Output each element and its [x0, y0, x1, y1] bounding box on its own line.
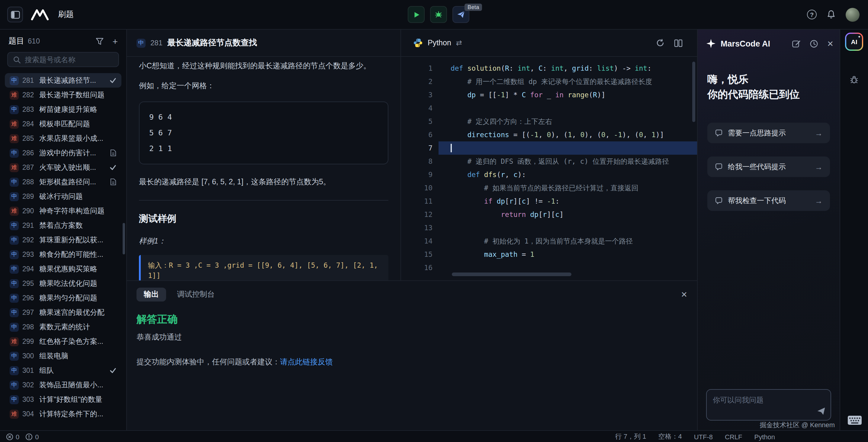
problem-number: 282: [22, 91, 36, 98]
reset-code-icon[interactable]: [656, 39, 664, 47]
problem-item-304[interactable]: 难304计算特定条件下的...: [5, 407, 121, 421]
problem-item-287[interactable]: 难287火车驶入驶出顺...: [5, 160, 121, 175]
problem-number: 293: [22, 251, 36, 258]
tab-debug-console[interactable]: 调试控制台: [177, 289, 215, 299]
chat-bubble-icon: [715, 163, 723, 171]
status-encoding[interactable]: UTF-8: [694, 433, 713, 440]
status-indent-setting[interactable]: 空格：4: [658, 432, 682, 441]
problem-item-290[interactable]: 难290神奇字符串构造问题: [5, 204, 121, 218]
problem-item-299[interactable]: 难299红色格子染色方案...: [5, 334, 121, 349]
code-editor[interactable]: 12345678910111213141516 def solution(R: …: [401, 57, 697, 281]
user-avatar[interactable]: [846, 7, 860, 22]
layout-columns-icon[interactable]: [674, 39, 683, 47]
difficulty-badge: 中: [10, 380, 19, 389]
warnings-indicator[interactable]: 0: [25, 433, 39, 440]
problem-item-281[interactable]: 中281最长递减路径节...: [5, 73, 121, 88]
problem-item-297[interactable]: 中297糖果迷宫的最优分配: [5, 305, 121, 320]
ai-suggestions: 需要一点思路提示给我一些代码提示帮我检查一下代码: [707, 123, 830, 211]
problem-title: 粮食分配的可能性...: [39, 249, 117, 260]
problem-number: 288: [22, 178, 36, 185]
ai-suggestion-1[interactable]: 需要一点思路提示: [707, 123, 830, 143]
add-problem-icon[interactable]: [112, 36, 118, 46]
problem-path-note: 最长的递减路径是 [7, 6, 5, 2, 1]，这条路径的节点数为5。: [139, 176, 389, 188]
ai-suggestion-3[interactable]: 帮我检查一下代码: [707, 190, 830, 211]
problem-item-285[interactable]: 难285水果店果篮最小成...: [5, 131, 121, 146]
new-chat-icon[interactable]: [792, 39, 801, 48]
problem-item-282[interactable]: 难282最长递增子数组问题: [5, 88, 121, 102]
run-button[interactable]: [408, 6, 425, 23]
problem-item-302[interactable]: 中302装饰品丑陋值最小...: [5, 378, 121, 392]
problem-item-300[interactable]: 中300组装电脑: [5, 349, 121, 363]
history-clock-icon[interactable]: [809, 39, 818, 48]
editor-horizontal-scrollbar[interactable]: [452, 272, 571, 276]
suggestion-label: 需要一点思路提示: [728, 128, 786, 138]
difficulty-badge: 中: [10, 235, 19, 244]
code-line-15: max_path = 1: [438, 248, 697, 261]
result-title: 解答正确: [136, 313, 687, 326]
tab-output[interactable]: 输出: [136, 287, 166, 301]
difficulty-badge: 难: [10, 163, 19, 172]
note-doc-icon: [110, 178, 117, 185]
close-output-icon[interactable]: [681, 290, 687, 299]
problem-item-284[interactable]: 难284模板串匹配问题: [5, 117, 121, 131]
code-line-13: [438, 221, 697, 234]
problem-title: 禁着点方案数: [39, 220, 117, 231]
search-icon: [13, 55, 21, 64]
status-language-mode[interactable]: Python: [754, 433, 775, 440]
debug-tool-icon[interactable]: [849, 75, 859, 85]
notifications-bell-icon[interactable]: [826, 10, 836, 19]
debug-test-button[interactable]: [430, 6, 447, 23]
problem-title: 计算"好数组"的数量: [39, 394, 117, 405]
errors-indicator[interactable]: 0: [6, 433, 19, 440]
difficulty-badge: 中: [10, 192, 19, 201]
problem-item-294[interactable]: 中294糖果优惠购买策略: [5, 262, 121, 276]
status-eol-mode[interactable]: CRLF: [725, 433, 742, 440]
problem-item-293[interactable]: 中293粮食分配的可能性...: [5, 247, 121, 262]
sidebar-toggle-button[interactable]: [7, 7, 23, 22]
problem-item-292[interactable]: 中292算珠重新分配以获...: [5, 233, 121, 247]
ai-suggestion-2[interactable]: 给我一些代码提示: [707, 156, 830, 177]
problem-number: 302: [22, 381, 36, 388]
sidebar-scrollbar[interactable]: [123, 223, 125, 255]
filter-funnel-icon[interactable]: [95, 37, 104, 45]
status-cursor-position[interactable]: 行 7，列 1: [615, 432, 646, 441]
difficulty-badge: 中: [10, 250, 19, 259]
output-content: 解答正确 恭喜成功通过 提交功能内测体验中，任何问题或者建议：请点此链接反馈: [127, 307, 697, 367]
topbar-right: [807, 7, 868, 22]
marscode-logo-icon: [30, 8, 51, 21]
grid-line: 9 6 4: [149, 109, 378, 125]
code-line-9: def dfs(r, c):: [438, 168, 697, 181]
error-icon: [6, 433, 13, 440]
problem-item-296[interactable]: 中296糖果均匀分配问题: [5, 291, 121, 305]
problem-item-301[interactable]: 中301组队: [5, 363, 121, 378]
problem-item-303[interactable]: 中303计算"好数组"的数量: [5, 392, 121, 407]
difficulty-badge: 中: [10, 279, 19, 288]
help-icon[interactable]: [807, 10, 817, 19]
problem-item-288[interactable]: 中288矩形棋盘路径问...: [5, 175, 121, 189]
solved-check-icon: [109, 164, 117, 171]
problem-item-286[interactable]: 中286游戏中的伤害计...: [5, 146, 121, 160]
solved-check-icon: [109, 367, 117, 374]
ai-question-input[interactable]: [707, 390, 831, 420]
problem-intro: 小C想知道，经过这种规则能找到的最长递减路径的节点个数是多少。: [139, 60, 389, 72]
problem-item-291[interactable]: 中291禁着点方案数: [5, 218, 121, 233]
problem-description-panel: 中 281 最长递减路径节点数查找 小C想知道，经过这种规则能找到的最长递减路径…: [127, 30, 401, 281]
app-root: 刷题 Beta: [0, 0, 868, 442]
difficulty-badge: 难: [10, 119, 19, 128]
keyboard-icon[interactable]: [847, 415, 862, 425]
community-credit: 掘金技术社区 @ Kennem: [760, 420, 835, 430]
send-message-icon[interactable]: [817, 407, 826, 416]
problem-item-295[interactable]: 中295糖果吃法优化问题: [5, 276, 121, 291]
problem-item-298[interactable]: 中298素数元素的统计: [5, 320, 121, 334]
difficulty-badge: 难: [10, 206, 19, 215]
feedback-link[interactable]: 请点此链接反馈: [280, 358, 333, 366]
ai-assistant-button[interactable]: AI: [845, 33, 863, 51]
language-switch-icon[interactable]: [456, 39, 462, 47]
problem-item-289[interactable]: 中289破冰行动问题: [5, 189, 121, 204]
close-ai-panel-icon[interactable]: [827, 39, 834, 48]
search-input[interactable]: [7, 52, 119, 67]
problem-item-283[interactable]: 中283树苗健康提升策略: [5, 102, 121, 117]
editor-vertical-scrollbar[interactable]: [692, 62, 695, 122]
problem-number: 292: [22, 236, 36, 243]
difficulty-badge: 中: [10, 308, 19, 317]
